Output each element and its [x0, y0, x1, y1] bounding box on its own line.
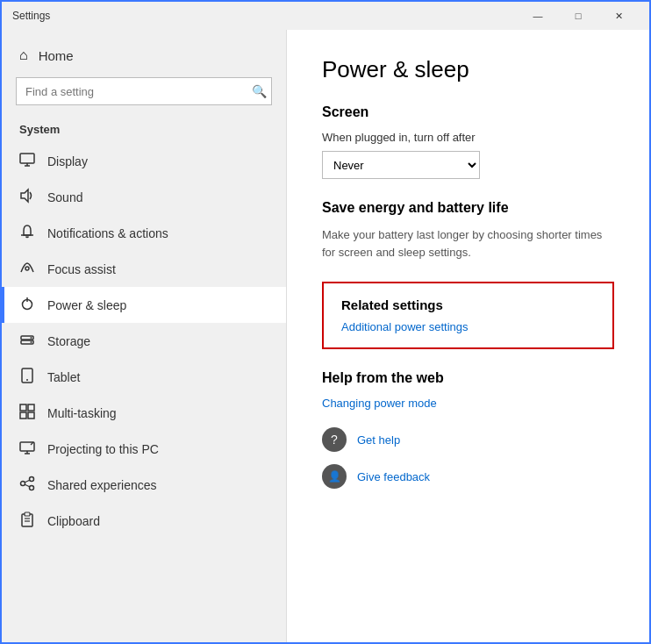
get-help-item[interactable]: ? Get help	[322, 427, 614, 452]
sidebar-item-multitasking[interactable]: Multi-tasking	[2, 395, 286, 431]
sidebar-item-power[interactable]: Power & sleep	[2, 287, 286, 323]
svg-rect-16	[20, 412, 26, 419]
changing-power-link[interactable]: Changing power mode	[322, 397, 437, 410]
save-energy-section: Save energy and battery life Make your b…	[322, 200, 614, 261]
multitasking-label: Multi-tasking	[47, 406, 117, 420]
sidebar-item-shared[interactable]: Shared experiences	[2, 467, 286, 503]
window-controls: — □ ✕	[518, 2, 639, 30]
save-energy-title: Save energy and battery life	[322, 200, 614, 216]
screen-section-title: Screen	[322, 104, 614, 120]
search-box: 🔍	[16, 77, 272, 105]
focus-label: Focus assist	[47, 262, 116, 276]
clipboard-label: Clipboard	[47, 514, 100, 528]
sidebar-item-notifications[interactable]: Notifications & actions	[2, 215, 286, 251]
get-help-link[interactable]: Get help	[357, 433, 400, 447]
sound-label: Sound	[47, 190, 82, 204]
shared-label: Shared experiences	[47, 478, 157, 492]
tablet-icon	[19, 368, 35, 386]
svg-marker-3	[21, 190, 28, 202]
svg-line-26	[25, 484, 29, 487]
page-title: Power & sleep	[322, 56, 614, 83]
search-input[interactable]	[16, 77, 272, 105]
help-section: Help from the web Changing power mode	[322, 370, 614, 410]
help-title: Help from the web	[322, 370, 614, 386]
svg-point-11	[31, 341, 32, 343]
main-panel: Power & sleep Screen When plugged in, tu…	[287, 30, 649, 642]
svg-rect-17	[28, 412, 34, 419]
maximize-button[interactable]: □	[558, 2, 598, 30]
svg-point-10	[31, 337, 32, 339]
svg-rect-15	[28, 404, 34, 411]
sidebar-home[interactable]: ⌂ Home	[2, 30, 286, 77]
storage-label: Storage	[47, 334, 90, 348]
get-help-icon: ?	[322, 427, 347, 452]
sidebar-section-title: System	[2, 119, 286, 143]
notifications-label: Notifications & actions	[47, 226, 168, 240]
sidebar-item-focus[interactable]: Focus assist	[2, 251, 286, 287]
storage-icon	[19, 332, 35, 350]
svg-point-24	[30, 486, 34, 490]
sidebar-item-sound[interactable]: Sound	[2, 179, 286, 215]
title-bar: Settings — □ ✕	[2, 2, 649, 30]
clipboard-icon	[19, 512, 35, 530]
sidebar-item-storage[interactable]: Storage	[2, 323, 286, 359]
sound-icon	[19, 188, 35, 206]
changing-power-item[interactable]: Changing power mode	[322, 397, 614, 410]
tablet-label: Tablet	[47, 370, 80, 384]
svg-point-22	[30, 477, 34, 482]
display-label: Display	[47, 154, 88, 168]
projecting-label: Projecting to this PC	[47, 442, 159, 456]
sidebar-item-display[interactable]: Display	[2, 143, 286, 179]
content-area: ⌂ Home 🔍 System Display Sou	[2, 30, 649, 642]
give-feedback-link[interactable]: Give feedback	[357, 470, 430, 483]
notifications-icon	[19, 224, 35, 242]
svg-rect-0	[20, 154, 34, 163]
svg-point-13	[26, 379, 28, 381]
give-feedback-item[interactable]: 👤 Give feedback	[322, 464, 614, 489]
svg-rect-28	[25, 512, 30, 516]
home-icon: ⌂	[19, 47, 28, 63]
close-button[interactable]: ✕	[598, 2, 639, 30]
save-energy-desc: Make your battery last longer by choosin…	[322, 226, 614, 261]
screen-label: When plugged in, turn off after	[322, 131, 614, 144]
svg-point-23	[21, 482, 25, 486]
screen-dropdown[interactable]: Never 1 minute 2 minutes 5 minutes 10 mi…	[322, 151, 480, 179]
search-icon-button[interactable]: 🔍	[252, 84, 267, 98]
focus-icon	[19, 260, 35, 278]
multitasking-icon	[19, 404, 35, 422]
projecting-icon	[19, 440, 35, 458]
svg-rect-14	[20, 404, 26, 411]
window-title: Settings	[12, 10, 50, 22]
sidebar-item-tablet[interactable]: Tablet	[2, 359, 286, 395]
minimize-button[interactable]: —	[518, 2, 558, 30]
sidebar: ⌂ Home 🔍 System Display Sou	[2, 30, 287, 642]
display-icon	[19, 152, 35, 170]
svg-line-25	[25, 480, 29, 483]
sidebar-item-clipboard[interactable]: Clipboard	[2, 503, 286, 539]
svg-point-5	[25, 267, 29, 270]
additional-power-link[interactable]: Additional power settings	[341, 320, 469, 333]
give-feedback-icon: 👤	[322, 464, 347, 489]
related-settings-title: Related settings	[341, 297, 595, 312]
home-label: Home	[39, 48, 74, 63]
power-label: Power & sleep	[47, 298, 126, 312]
settings-window: Settings — □ ✕ ⌂ Home 🔍 System	[0, 0, 651, 644]
power-icon	[19, 296, 35, 314]
shared-icon	[19, 476, 35, 494]
related-settings-box: Related settings Additional power settin…	[322, 282, 614, 349]
sidebar-item-projecting[interactable]: Projecting to this PC	[2, 431, 286, 467]
